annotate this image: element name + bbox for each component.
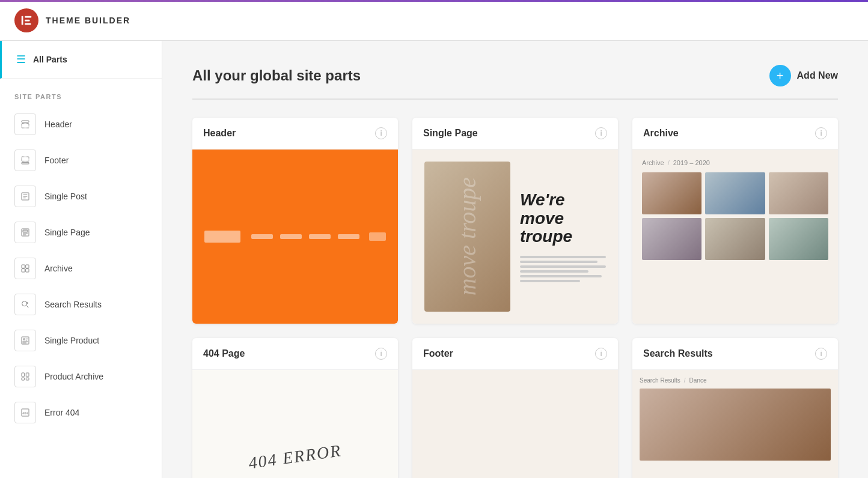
svg-rect-4 — [22, 121, 29, 123]
svg-rect-16 — [22, 265, 25, 268]
svg-rect-31 — [26, 373, 29, 377]
sp-text-lines — [520, 256, 606, 282]
add-new-button[interactable]: + Add New — [769, 65, 838, 86]
sidebar-all-parts-label: All Parts — [33, 55, 67, 64]
sidebar-item-search-results[interactable]: Search Results — [0, 286, 162, 322]
card-search-results-preview: Search Results / Dance — [632, 370, 838, 478]
svg-rect-6 — [22, 157, 29, 161]
svg-rect-19 — [26, 269, 29, 272]
card-header[interactable]: Header i — [192, 118, 398, 324]
sr-sep: / — [684, 377, 686, 384]
sidebar-item-header[interactable]: Header — [0, 106, 162, 142]
card-search-results-info-icon[interactable]: i — [815, 348, 827, 360]
sr-image-area — [640, 389, 831, 461]
app-title: THEME BUILDER — [46, 16, 130, 25]
error-404-icon: 404 — [14, 402, 36, 423]
sidebar-item-error-404[interactable]: 404 Error 404 — [0, 395, 162, 431]
sidebar-item-error-404-label: Error 404 — [44, 408, 79, 417]
card-404-title-area: 404 Page i — [192, 338, 398, 370]
app-logo-icon — [14, 8, 38, 32]
archive-header-year: 2019 – 2020 — [673, 159, 710, 166]
sidebar-item-archive-label: Archive — [44, 264, 73, 273]
error404-text: 404 ERROR — [248, 441, 343, 473]
sidebar-item-product-archive[interactable]: Product Archive — [0, 358, 162, 395]
nav-item-2 — [280, 234, 302, 239]
archive-header-title: Archive — [642, 159, 664, 166]
card-archive-title-area: Archive i — [632, 118, 838, 150]
sp-line-1 — [520, 256, 606, 258]
card-header-preview — [192, 150, 398, 324]
archive-cell-5 — [705, 218, 765, 260]
page-title: All your global site parts — [192, 67, 361, 84]
card-single-page[interactable]: Single Page i move troupe We'removetroup… — [412, 118, 618, 324]
topbar: THEME BUILDER — [0, 0, 868, 41]
sidebar: ☰ All Parts SITE PARTS Header Footer — [0, 41, 162, 478]
card-404-title: 404 Page — [203, 348, 245, 359]
sidebar-item-single-page[interactable]: Single Page — [0, 214, 162, 250]
card-archive-title: Archive — [643, 128, 679, 139]
card-search-results[interactable]: Search Results i Search Results / Dance — [632, 338, 838, 478]
sidebar-item-single-post-label: Single Post — [44, 192, 87, 201]
card-single-page-preview: move troupe We'removetroupe — [412, 150, 618, 324]
header-preview-nav — [251, 234, 359, 239]
card-404-info-icon[interactable]: i — [375, 348, 387, 360]
svg-rect-32 — [22, 378, 25, 380]
archive-grid — [642, 172, 828, 260]
sp-line-2 — [520, 261, 598, 263]
sidebar-item-archive[interactable]: Archive — [0, 250, 162, 286]
search-results-preview-content: Search Results / Dance — [632, 370, 838, 478]
single-page-image: move troupe — [424, 162, 510, 312]
card-single-page-title-area: Single Page i — [412, 118, 618, 150]
sp-line-5 — [520, 275, 602, 277]
nav-item-1 — [251, 234, 273, 239]
sidebar-item-single-post[interactable]: Single Post — [0, 178, 162, 214]
sidebar-item-footer-label: Footer — [44, 156, 69, 165]
svg-point-25 — [23, 339, 25, 340]
card-archive[interactable]: Archive i Archive / 2019 – 2020 — [632, 118, 838, 324]
sidebar-item-single-product[interactable]: Single Product — [0, 322, 162, 358]
all-parts-icon: ☰ — [16, 53, 26, 66]
svg-rect-17 — [26, 265, 29, 268]
archive-icon — [14, 258, 36, 279]
card-footer[interactable]: Footer i — [412, 338, 618, 478]
card-footer-preview — [412, 370, 618, 478]
svg-rect-33 — [26, 378, 29, 380]
svg-rect-1 — [25, 16, 31, 17]
search-results-icon — [14, 294, 36, 315]
archive-sep: / — [668, 159, 670, 166]
add-new-label: Add New — [797, 70, 838, 81]
svg-rect-0 — [22, 16, 23, 25]
product-archive-icon — [14, 366, 36, 387]
sr-header-row: Search Results / Dance — [640, 377, 831, 384]
card-footer-title-area: Footer i — [412, 338, 618, 370]
main-layout: ☰ All Parts SITE PARTS Header Footer — [0, 41, 868, 478]
footer-icon — [14, 150, 36, 171]
svg-point-20 — [22, 301, 27, 306]
nav-item-4 — [338, 234, 359, 239]
sidebar-section-title: SITE PARTS — [0, 79, 162, 106]
archive-cell-1 — [642, 172, 701, 214]
card-header-info-icon[interactable]: i — [375, 127, 387, 139]
sidebar-item-product-archive-label: Product Archive — [44, 372, 103, 381]
card-search-results-title: Search Results — [643, 348, 713, 359]
svg-rect-5 — [22, 124, 29, 128]
sp-text-overlay: move troupe — [453, 177, 481, 295]
sidebar-item-single-page-label: Single Page — [44, 228, 90, 237]
archive-header-row: Archive / 2019 – 2020 — [642, 159, 828, 166]
add-new-icon: + — [769, 65, 791, 86]
card-single-page-info-icon[interactable]: i — [595, 127, 607, 139]
svg-rect-3 — [25, 23, 31, 25]
card-footer-title: Footer — [423, 348, 453, 359]
cards-grid: Header i — [192, 118, 838, 478]
card-search-results-title-area: Search Results i — [632, 338, 838, 370]
sidebar-item-footer[interactable]: Footer — [0, 142, 162, 178]
card-footer-info-icon[interactable]: i — [595, 348, 607, 360]
sidebar-item-header-label: Header — [44, 120, 72, 129]
card-404-page[interactable]: 404 Page i 404 ERROR — [192, 338, 398, 478]
footer-preview-inner — [412, 370, 618, 478]
card-archive-info-icon[interactable]: i — [815, 127, 827, 139]
sidebar-all-parts[interactable]: ☰ All Parts — [0, 41, 162, 79]
svg-rect-7 — [22, 162, 29, 164]
svg-rect-30 — [22, 373, 25, 377]
card-404-preview: 404 ERROR — [192, 370, 398, 478]
